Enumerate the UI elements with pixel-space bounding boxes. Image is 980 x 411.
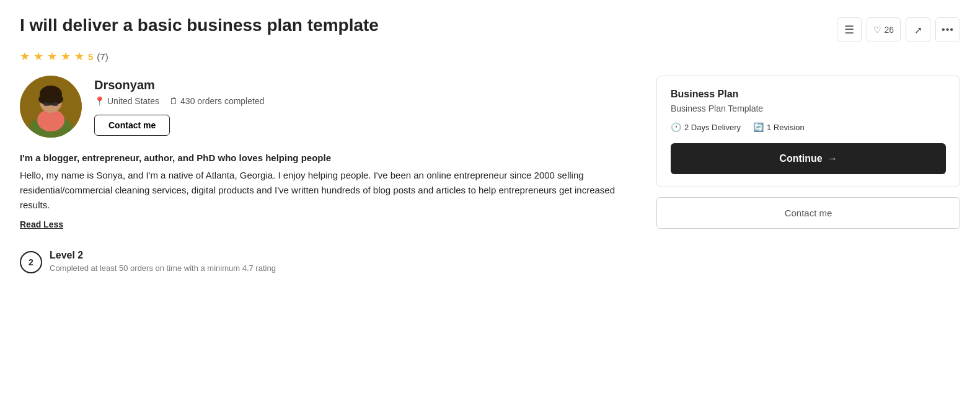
sidebar-contact-button[interactable]: Contact me <box>656 197 960 229</box>
seller-orders: 🗒 430 orders completed <box>169 96 264 106</box>
plan-card: Business Plan Business Plan Template 🕐 2… <box>656 76 960 187</box>
level-description: Completed at least 50 orders on time wit… <box>50 263 276 273</box>
page-title: I will deliver a basic business plan tem… <box>20 15 379 36</box>
svg-rect-6 <box>43 102 50 106</box>
more-options-button[interactable]: ••• <box>935 17 960 42</box>
rating-number: 5 <box>88 51 93 62</box>
contact-seller-button[interactable]: Contact me <box>94 115 170 136</box>
menu-button[interactable]: ☰ <box>837 17 862 42</box>
bio-heading: I'm a blogger, entrepreneur, author, and… <box>20 152 632 163</box>
header-actions: ☰ ♡ 26 ➚ ••• <box>837 17 960 42</box>
star-1: ★ <box>20 50 30 63</box>
sidebar: Business Plan Business Plan Template 🕐 2… <box>656 76 960 229</box>
share-icon: ➚ <box>914 24 922 36</box>
revision-feature: 🔄 1 Revision <box>753 122 805 132</box>
continue-button[interactable]: Continue → <box>671 143 946 174</box>
star-2: ★ <box>33 50 43 63</box>
more-icon: ••• <box>942 24 954 35</box>
plan-title: Business Plan <box>671 89 946 100</box>
seller-location: 📍 United States <box>94 96 159 106</box>
review-count: (7) <box>97 51 108 62</box>
delivery-feature: 🕐 2 Days Delivery <box>671 122 741 132</box>
like-button[interactable]: ♡ 26 <box>867 17 901 42</box>
star-3: ★ <box>47 50 57 63</box>
level-info: Level 2 Completed at least 50 orders on … <box>50 250 276 273</box>
avatar <box>20 76 82 138</box>
continue-label: Continue <box>779 153 822 164</box>
revision-text: 1 Revision <box>767 123 805 132</box>
plan-features: 🕐 2 Days Delivery 🔄 1 Revision <box>671 122 946 132</box>
continue-arrow-icon: → <box>828 153 837 164</box>
menu-icon: ☰ <box>844 23 854 37</box>
clock-icon: 🕐 <box>671 122 681 132</box>
svg-point-5 <box>38 93 63 105</box>
delivery-text: 2 Days Delivery <box>684 123 741 132</box>
level-title: Level 2 <box>50 250 276 261</box>
orders-icon: 🗒 <box>169 96 178 106</box>
seller-row: Drsonyam 📍 United States 🗒 430 orders co… <box>20 76 632 138</box>
star-4: ★ <box>61 50 71 63</box>
revision-icon: 🔄 <box>753 122 764 132</box>
avatar-image <box>20 76 82 138</box>
plan-subtitle: Business Plan Template <box>671 104 946 113</box>
bio-section: I'm a blogger, entrepreneur, author, and… <box>20 152 632 230</box>
level-section: 2 Level 2 Completed at least 50 orders o… <box>20 250 632 273</box>
main-content: Drsonyam 📍 United States 🗒 430 orders co… <box>20 76 632 273</box>
rating-row: ★ ★ ★ ★ ★ 5 (7) <box>20 50 960 63</box>
seller-meta: 📍 United States 🗒 430 orders completed <box>94 96 264 106</box>
bio-text: Hello, my name is Sonya, and I'm a nativ… <box>20 168 632 213</box>
location-icon: 📍 <box>94 96 105 106</box>
star-5: ★ <box>74 50 84 63</box>
level-badge: 2 <box>20 251 42 273</box>
heart-icon: ♡ <box>873 25 881 35</box>
like-count: 26 <box>884 25 894 35</box>
seller-info: Drsonyam 📍 United States 🗒 430 orders co… <box>94 76 264 136</box>
share-button[interactable]: ➚ <box>906 17 930 42</box>
read-less-button[interactable]: Read Less <box>20 219 63 229</box>
svg-rect-7 <box>52 102 58 106</box>
seller-name: Drsonyam <box>94 78 264 92</box>
